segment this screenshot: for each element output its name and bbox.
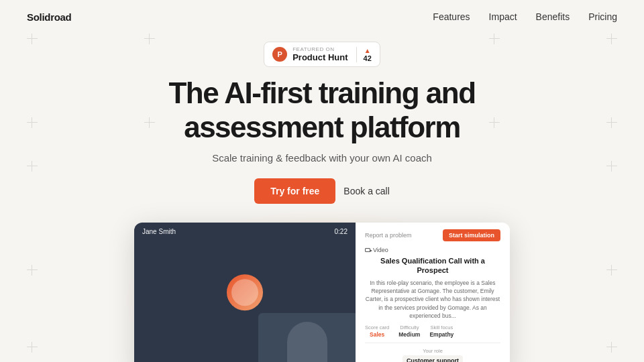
start-simulation-button[interactable]: Start simulation — [443, 229, 500, 241]
product-screenshot: Jane Smith 0:22 Report a problem Start s… — [134, 223, 510, 362]
secondary-silhouette — [287, 322, 327, 362]
scenario-description: In this role-play scenario, the employee… — [365, 279, 500, 320]
nav-features[interactable]: Features — [433, 11, 470, 22]
hero-section: P FEATURED ON Product Hunt ▲ 42 The AI-f… — [0, 34, 644, 362]
cta-row: Try for free Book a call — [254, 178, 390, 204]
ph-arrow-icon: ▲ — [364, 47, 371, 54]
ph-score: ▲ 42 — [356, 47, 372, 62]
headline-line1: The AI-first training and — [168, 76, 475, 109]
your-role-section: Your role Customer support Support team — [365, 348, 500, 362]
score-card-value: Sales — [365, 331, 389, 338]
book-call-button[interactable]: Book a call — [343, 186, 389, 196]
score-card-meta: Score card Sales — [365, 324, 389, 338]
video-participant-name: Jane Smith — [142, 228, 176, 235]
info-top-bar: Report a problem Start simulation — [365, 229, 500, 241]
video-timer: 0:22 — [335, 228, 347, 235]
difficulty-meta: Difficulty Medium — [398, 324, 420, 338]
video-panel: Jane Smith 0:22 — [134, 223, 356, 362]
report-problem-link[interactable]: Report a problem — [365, 232, 412, 239]
video-label-text: Video — [373, 247, 388, 253]
score-card-label: Score card — [365, 324, 389, 330]
ph-featured-on-label: FEATURED ON — [292, 46, 334, 52]
difficulty-value: Medium — [398, 331, 420, 338]
video-type-label: Video — [365, 247, 500, 253]
secondary-video — [258, 313, 356, 362]
info-panel: Report a problem Start simulation Video … — [356, 223, 510, 362]
ph-number: 42 — [364, 54, 372, 62]
skill-focus-value: Empathy — [429, 331, 453, 338]
screenshot-inner: Jane Smith 0:22 Report a problem Start s… — [134, 223, 510, 362]
skill-focus-meta: Skill focus Empathy — [429, 324, 453, 338]
scenario-title: Sales Qualification Call with a Prospect — [365, 256, 500, 276]
nav-impact[interactable]: Impact — [489, 11, 517, 22]
subheadline: Scale training & feedback with your own … — [212, 152, 432, 164]
logo: Solidroad — [27, 11, 71, 23]
your-role-label: Your role — [365, 348, 500, 354]
divider — [365, 343, 500, 343]
nav-pricing[interactable]: Pricing — [588, 11, 617, 22]
role-badge: Customer support Support team — [402, 355, 463, 362]
product-hunt-logo-icon: P — [272, 47, 287, 62]
ph-text: FEATURED ON Product Hunt — [292, 46, 347, 62]
main-person-silhouette — [231, 279, 258, 306]
role-name: Customer support — [407, 357, 459, 362]
main-person-avatar — [227, 274, 263, 310]
video-type-icon — [365, 248, 370, 252]
headline: The AI-first training and assessment pla… — [168, 76, 475, 144]
headline-line2: assessment platform — [184, 111, 460, 143]
scenario-meta: Score card Sales Difficulty Medium Skill… — [365, 324, 500, 338]
nav-benefits[interactable]: Benefits — [536, 11, 570, 22]
navbar: Solidroad Features Impact Benefits Prici… — [0, 0, 644, 34]
video-top-bar: Jane Smith 0:22 — [134, 223, 356, 241]
difficulty-label: Difficulty — [398, 324, 420, 330]
ph-name-label: Product Hunt — [292, 52, 347, 62]
try-free-button[interactable]: Try for free — [254, 178, 335, 204]
nav-links: Features Impact Benefits Pricing — [433, 11, 617, 23]
product-hunt-badge[interactable]: P FEATURED ON Product Hunt ▲ 42 — [264, 42, 380, 67]
skill-focus-label: Skill focus — [429, 324, 453, 330]
